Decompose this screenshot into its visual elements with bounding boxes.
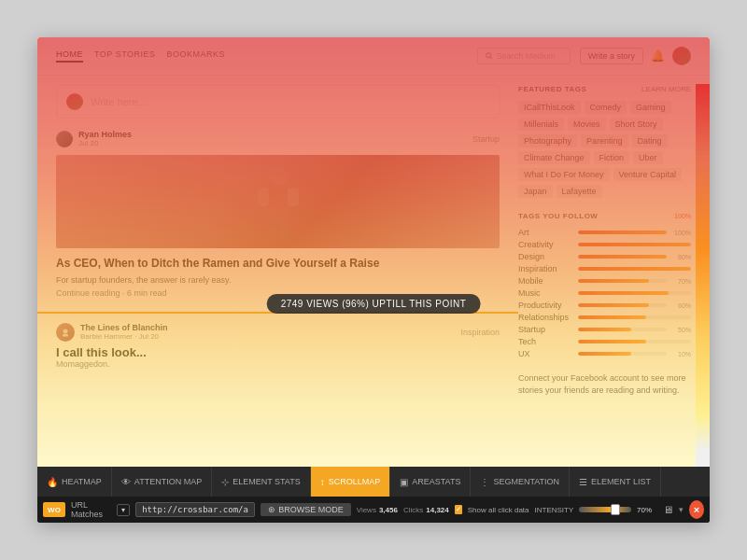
nav-top-stories[interactable]: TOP STORIES — [94, 49, 156, 63]
device-dropdown[interactable]: ▾ — [679, 505, 684, 514]
tag-4[interactable]: Movies — [568, 118, 606, 131]
featured-tags-header: FEATURED TAGS LEARN MORE — [518, 85, 691, 93]
tab-element-stats[interactable]: ⊹ ELEMENT STATS — [212, 467, 311, 497]
featured-tags-title: FEATURED TAGS — [518, 85, 586, 93]
main-window: HOME TOP STORIES BOOKMARKS Search Medium… — [37, 37, 710, 523]
clicks-value: 14,324 — [426, 506, 448, 514]
clicks-label: Clicks — [403, 506, 423, 514]
views-value: 3,456 — [379, 506, 398, 514]
author-name-1: Ryan Holmes — [78, 130, 472, 139]
desktop-icon[interactable]: 🖥 — [663, 504, 673, 515]
featured-tags-section: FEATURED TAGS LEARN MORE ICallThisLook C… — [518, 85, 691, 198]
user-avatar[interactable] — [672, 47, 691, 65]
tag-0[interactable]: ICallThisLook — [518, 101, 581, 114]
scrollmap-icon: ↕ — [320, 477, 325, 487]
tag-5[interactable]: Short Story — [610, 118, 663, 131]
write-box[interactable]: Write here... — [56, 85, 500, 119]
tag-7[interactable]: Parenting — [581, 134, 628, 147]
browser-content: HOME TOP STORIES BOOKMARKS Search Medium… — [37, 37, 710, 467]
featured-tags-grid: ICallThisLook Comedy Gaming Millenials M… — [518, 101, 691, 198]
left-column: Write here... Ryan Holmes Jul 20 Startup — [56, 85, 500, 396]
svg-rect-3 — [267, 186, 289, 218]
scroll-indicator-banner: 2749 VIEWS (96%) UPTILL THIS POINT — [267, 294, 481, 314]
tag-8[interactable]: Dating — [632, 134, 668, 147]
views-group: Views 3,456 — [357, 506, 398, 514]
tab-scrollmap-label: SCROLLMAP — [329, 477, 381, 486]
tag-11[interactable]: Uber — [633, 151, 663, 164]
follow-tag-creativity: Creativity — [518, 240, 691, 249]
follow-tag-tech: Tech — [518, 337, 691, 346]
bell-icon[interactable]: 🔔 — [651, 49, 665, 63]
browse-mode-button[interactable]: ⊛ BROWSE MODE — [261, 503, 351, 516]
tab-areastats[interactable]: ▣ AREASTATS — [390, 467, 471, 497]
nav-links: HOME TOP STORIES BOOKMARKS — [56, 49, 225, 63]
article-2-icon — [56, 323, 75, 342]
tab-attention-map[interactable]: 👁 ATTENTION MAP — [112, 467, 212, 497]
tab-heatmap-label: HEATMAP — [62, 477, 102, 486]
svg-rect-5 — [288, 188, 299, 206]
content-area: Write here... Ryan Holmes Jul 20 Startup — [37, 76, 710, 405]
article-2-author: The Lines of Blanchin — [80, 323, 168, 332]
author-info-1: Ryan Holmes Jul 20 — [78, 130, 472, 147]
nav-bookmarks[interactable]: BOOKMARKS — [167, 49, 226, 63]
tag-1[interactable]: Comedy — [585, 101, 627, 114]
url-matches-dropdown[interactable]: ▾ — [117, 504, 130, 516]
intensity-label: INTENSITY — [535, 506, 574, 514]
write-placeholder: Write here... — [91, 96, 147, 107]
author-avatar-1 — [56, 131, 73, 147]
read-time: · 6 min read — [122, 288, 167, 298]
tab-element-list[interactable]: ☰ ELEMENT LIST — [570, 467, 661, 497]
show-clicks-label: Show all click data — [468, 506, 529, 514]
write-story-btn[interactable]: Write a story — [580, 48, 643, 64]
follow-tag-mobile: Mobile 70% — [518, 276, 691, 286]
heatmap-icon: 🔥 — [47, 477, 58, 487]
svg-point-2 — [269, 167, 288, 186]
tag-9[interactable]: Climate Change — [518, 151, 590, 164]
article-2-meta: The Lines of Blanchin Barbie Hammer · Ju… — [80, 323, 168, 341]
element-stats-icon: ⊹ — [221, 477, 229, 487]
tag-6[interactable]: Photography — [518, 134, 577, 147]
tag-14[interactable]: Japan — [518, 185, 553, 198]
tag-10[interactable]: Fiction — [594, 151, 630, 164]
tag-2[interactable]: Gaming — [630, 101, 671, 114]
tag-15[interactable]: Lafayette — [557, 185, 602, 198]
svg-point-0 — [486, 53, 490, 58]
tags-follow-title: TAGS YOU FOLLOW — [518, 212, 598, 220]
intensity-pct: 70% — [637, 506, 652, 514]
nav-home[interactable]: HOME — [56, 49, 83, 63]
tag-13[interactable]: Venture Capital — [613, 168, 683, 181]
learn-more-link[interactable]: LEARN MORE — [641, 85, 691, 93]
areastats-icon: ▣ — [400, 477, 408, 487]
tag-3[interactable]: Millenials — [518, 118, 564, 131]
svg-rect-9 — [63, 334, 68, 337]
intensity-slider[interactable] — [579, 507, 631, 512]
search-box[interactable]: Search Medium — [477, 48, 571, 64]
tags-follow-header: TAGS YOU FOLLOW 100% — [518, 212, 691, 220]
tab-scrollmap[interactable]: ↕ SCROLLMAP — [311, 467, 391, 497]
tab-heatmap[interactable]: 🔥 HEATMAP — [37, 467, 112, 497]
article-2-title[interactable]: I call this look... — [56, 345, 500, 359]
element-list-icon: ☰ — [579, 477, 587, 487]
svg-rect-6 — [269, 217, 276, 238]
follow-tag-art: Art 100% — [518, 228, 691, 237]
tab-segmentation[interactable]: ⋮ SEGMENTATION — [471, 467, 570, 497]
follow-tag-inspiration: Inspiration — [518, 264, 691, 273]
follow-tag-relationships: Relationships — [518, 313, 691, 322]
svg-line-1 — [490, 57, 492, 59]
intensity-thumb[interactable] — [611, 504, 620, 515]
medium-nav: HOME TOP STORIES BOOKMARKS Search Medium… — [37, 37, 710, 76]
show-clicks-checkbox[interactable]: ✓ — [455, 505, 462, 514]
segmentation-icon: ⋮ — [480, 477, 489, 487]
article-card-2: The Lines of Blanchin Barbie Hammer · Ju… — [56, 317, 500, 374]
tags-follow-list: Art 100% Creativity Design 80% — [518, 228, 691, 358]
article-title-1[interactable]: As CEO, When to Ditch the Ramen and Give… — [56, 256, 500, 272]
tag-12[interactable]: What I Do For Money — [518, 168, 610, 181]
close-button[interactable]: × — [689, 500, 704, 519]
svg-rect-7 — [280, 217, 288, 238]
url-input[interactable] — [135, 502, 255, 517]
svg-point-8 — [63, 329, 68, 333]
search-placeholder: Search Medium — [497, 51, 556, 61]
article-1-meta: Ryan Holmes Jul 20 Startup — [56, 130, 500, 147]
article-image-inner — [56, 155, 500, 248]
scroll-bar — [696, 84, 710, 467]
